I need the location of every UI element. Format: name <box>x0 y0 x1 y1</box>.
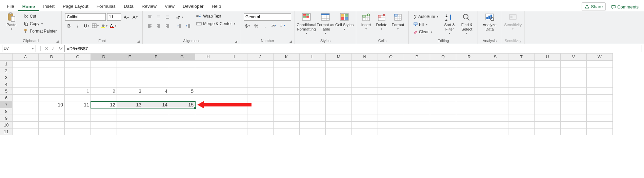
col-header-M[interactable]: M <box>326 54 352 61</box>
cell-M6[interactable] <box>326 95 352 101</box>
cell-A10[interactable] <box>13 122 39 128</box>
cell-I1[interactable] <box>221 61 247 67</box>
cell-Q3[interactable] <box>430 74 456 81</box>
cell-G4[interactable] <box>169 81 195 88</box>
cell-J11[interactable] <box>247 128 274 135</box>
cell-B8[interactable] <box>39 108 65 115</box>
cell-D11[interactable] <box>91 128 117 135</box>
decrease-decimal-button[interactable]: .0 <box>279 22 286 29</box>
cell-A3[interactable] <box>13 74 39 81</box>
sort-filter-button[interactable]: AZ Sort & Filter▾ <box>441 13 458 37</box>
cell-P8[interactable] <box>404 108 430 115</box>
cell-C7[interactable]: 11 <box>65 101 91 108</box>
cell-N5[interactable] <box>352 88 378 95</box>
decrease-indent-button[interactable] <box>176 22 183 29</box>
cell-E1[interactable] <box>117 61 143 67</box>
cell-C6[interactable] <box>65 95 91 101</box>
cell-U11[interactable] <box>535 128 561 135</box>
fill-button[interactable]: Fill <box>412 21 440 27</box>
find-select-button[interactable]: Find & Select▾ <box>458 13 476 37</box>
row-header-4[interactable]: 4 <box>0 81 13 88</box>
col-header-B[interactable]: B <box>39 54 65 61</box>
cell-S6[interactable] <box>482 95 508 101</box>
cell-Q4[interactable] <box>430 81 456 88</box>
cell-M4[interactable] <box>326 81 352 88</box>
cell-Q5[interactable] <box>430 88 456 95</box>
cell-Q1[interactable] <box>430 61 456 67</box>
cell-R11[interactable] <box>456 128 482 135</box>
cell-O1[interactable] <box>378 61 404 67</box>
cell-T4[interactable] <box>508 81 535 88</box>
dialog-launcher-icon[interactable]: ◢ <box>235 40 237 43</box>
fx-icon[interactable]: ƒx <box>58 46 63 51</box>
fill-color-button[interactable] <box>100 22 108 29</box>
cell-V8[interactable] <box>561 108 587 115</box>
cell-K11[interactable] <box>274 128 300 135</box>
cell-J8[interactable] <box>247 108 274 115</box>
font-size-select[interactable] <box>107 13 121 21</box>
cell-B11[interactable] <box>39 128 65 135</box>
col-header-Q[interactable]: Q <box>430 54 456 61</box>
cell-C2[interactable] <box>65 67 91 74</box>
cell-K9[interactable] <box>274 115 300 122</box>
cell-Q10[interactable] <box>430 122 456 128</box>
cell-F1[interactable] <box>143 61 169 67</box>
cell-Q7[interactable] <box>430 101 456 108</box>
cell-R1[interactable] <box>456 61 482 67</box>
cell-G10[interactable] <box>169 122 195 128</box>
cell-F10[interactable] <box>143 122 169 128</box>
cell-R2[interactable] <box>456 67 482 74</box>
align-left-button[interactable] <box>146 22 154 29</box>
cell-H1[interactable] <box>195 61 221 67</box>
cell-W8[interactable] <box>587 108 613 115</box>
cell-L10[interactable] <box>300 122 326 128</box>
increase-font-button[interactable]: A▲ <box>123 13 130 21</box>
name-box[interactable]: D7 ▼ <box>2 45 36 52</box>
cell-U7[interactable] <box>535 101 561 108</box>
col-header-K[interactable]: K <box>274 54 300 61</box>
cell-V5[interactable] <box>561 88 587 95</box>
cell-B9[interactable] <box>39 115 65 122</box>
cell-W2[interactable] <box>587 67 613 74</box>
comments-button[interactable]: Comments <box>608 3 641 11</box>
increase-indent-button[interactable] <box>185 22 192 29</box>
cell-G11[interactable] <box>169 128 195 135</box>
number-format-select[interactable] <box>244 13 291 21</box>
row-header-8[interactable]: 8 <box>0 108 13 115</box>
cell-D7[interactable]: 12 <box>91 101 117 108</box>
cell-S8[interactable] <box>482 108 508 115</box>
cell-O3[interactable] <box>378 74 404 81</box>
row-header-11[interactable]: 11 <box>0 128 13 135</box>
cell-S10[interactable] <box>482 122 508 128</box>
tab-data[interactable]: Data <box>120 2 138 11</box>
cell-W5[interactable] <box>587 88 613 95</box>
cell-F4[interactable] <box>143 81 169 88</box>
cell-C9[interactable] <box>65 115 91 122</box>
cell-Q6[interactable] <box>430 95 456 101</box>
cell-T1[interactable] <box>508 61 535 67</box>
cell-V9[interactable] <box>561 115 587 122</box>
align-middle-button[interactable] <box>155 13 162 21</box>
cell-J1[interactable] <box>247 61 274 67</box>
tab-review[interactable]: Review <box>138 2 161 11</box>
col-header-V[interactable]: V <box>561 54 587 61</box>
cell-U3[interactable] <box>535 74 561 81</box>
enter-formula-button[interactable]: ✓ <box>51 46 55 51</box>
cell-T8[interactable] <box>508 108 535 115</box>
cell-H9[interactable] <box>195 115 221 122</box>
row-header-2[interactable]: 2 <box>0 67 13 74</box>
cell-R5[interactable] <box>456 88 482 95</box>
cell-K1[interactable] <box>274 61 300 67</box>
cell-R3[interactable] <box>456 74 482 81</box>
cell-B1[interactable] <box>39 61 65 67</box>
cell-C4[interactable] <box>65 81 91 88</box>
col-header-N[interactable]: N <box>352 54 378 61</box>
cell-J5[interactable] <box>247 88 274 95</box>
comma-format-button[interactable]: , <box>261 22 269 29</box>
cell-L6[interactable] <box>300 95 326 101</box>
cell-V10[interactable] <box>561 122 587 128</box>
bold-button[interactable]: B <box>65 22 73 29</box>
cell-I7[interactable] <box>221 101 247 108</box>
cell-N4[interactable] <box>352 81 378 88</box>
cell-W11[interactable] <box>587 128 613 135</box>
